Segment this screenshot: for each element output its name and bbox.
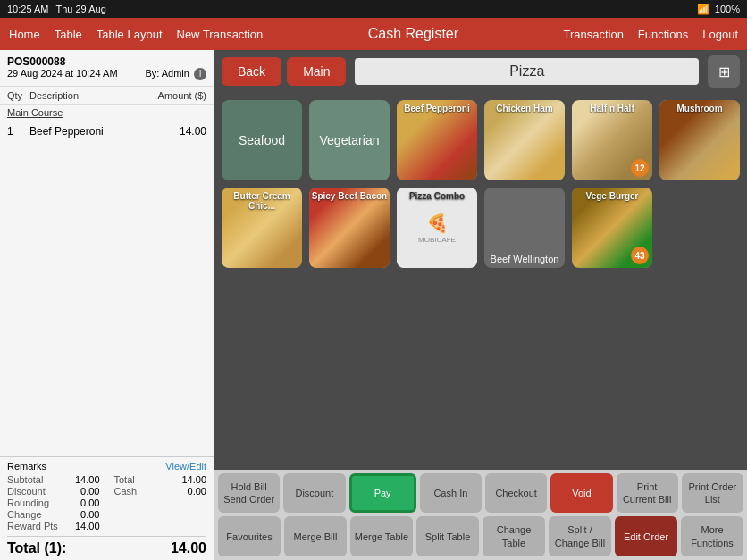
change-table-button[interactable]: ChangeTable — [483, 516, 545, 556]
button-row-1: Hold BillSend Order Discount Pay Cash In… — [218, 473, 743, 514]
receipt-panel: POS000088 29 Aug 2024 at 10:24 AM By: Ad… — [0, 50, 214, 560]
cash-right-value: 0.00 — [188, 486, 206, 497]
nav-home[interactable]: Home — [9, 28, 40, 41]
nav-transaction[interactable]: Transaction — [563, 28, 623, 41]
more-functions-button[interactable]: MoreFunctions — [681, 516, 743, 556]
merge-bill-button[interactable]: Merge Bill — [284, 516, 347, 556]
section-label: Main Course — [0, 105, 214, 120]
nav-new-transaction[interactable]: New Transaction — [177, 28, 264, 41]
back-button[interactable]: Back — [222, 57, 281, 86]
main-layout: POS000088 29 Aug 2024 at 10:24 AM By: Ad… — [0, 50, 747, 560]
item-price: 14.00 — [180, 125, 206, 138]
nav-functions[interactable]: Functions — [638, 28, 688, 41]
item-vege-burger-badge: 43 — [631, 247, 649, 264]
menu-row-2: Butter Cream Chic... Spicy Beef Bacon 🍕 … — [222, 188, 740, 268]
pay-button[interactable]: Pay — [349, 473, 416, 514]
category-seafood[interactable]: Seafood — [222, 100, 302, 180]
item-half-n-half[interactable]: Half n Half 12 — [572, 100, 652, 180]
print-order-list-button[interactable]: Print OrderList — [682, 473, 743, 514]
total-value: 14.00 — [171, 540, 206, 556]
split-table-button[interactable]: Split Table — [416, 516, 479, 556]
status-bar: 10:25 AM Thu 29 Aug 📶 100% — [0, 0, 747, 18]
item-mushroom-label: Mushroom — [659, 104, 740, 113]
receipt-item: 1 Beef Pepperoni 14.00 — [7, 123, 206, 139]
item-half-n-half-label: Half n Half — [572, 104, 652, 113]
total-right-label: Total — [114, 474, 135, 485]
nav-table-layout[interactable]: Table Layout — [97, 28, 163, 41]
rounding-value: 0.00 — [80, 497, 99, 508]
subtotal-label: Subtotal — [7, 474, 43, 485]
cash-right-label: Cash — [114, 486, 138, 497]
menu-icon-button[interactable]: ⊞ — [708, 55, 740, 88]
nav-title: Cash Register — [368, 26, 458, 41]
cash-in-button[interactable]: Cash In — [420, 473, 482, 514]
nav-table[interactable]: Table — [55, 28, 82, 41]
receipt-column-headers: Qty Description Amount ($) — [0, 87, 214, 105]
status-day: Thu 29 Aug — [55, 4, 105, 14]
split-change-bill-button[interactable]: Split /Change Bill — [549, 516, 611, 556]
checkout-button[interactable]: Checkout — [485, 473, 547, 514]
wifi-icon: 📶 — [697, 4, 709, 15]
item-spicy-beef-label: Spicy Beef Bacon — [309, 191, 390, 201]
battery-level: 100% — [715, 4, 740, 14]
button-row-2: Favourites Merge Bill Merge Table Split … — [218, 516, 743, 556]
pos-number: POS000088 — [7, 55, 206, 68]
subtotal-value: 14.00 — [75, 474, 100, 485]
col-amount: Amount ($) — [158, 90, 206, 101]
change-value: 0.00 — [80, 509, 99, 520]
item-pizza-combo[interactable]: 🍕 MOBICAFE Pizza Combo — [397, 188, 477, 268]
item-beef-wellington[interactable]: Beef Wellington — [484, 188, 565, 268]
rewardpts-label: Reward Pts — [7, 521, 58, 531]
nav-bar: Home Table Table Layout New Transaction … — [0, 18, 747, 50]
bottom-buttons: Hold BillSend Order Discount Pay Cash In… — [214, 470, 747, 560]
print-current-bill-button[interactable]: PrintCurrent Bill — [617, 473, 678, 514]
receipt-header: POS000088 29 Aug 2024 at 10:24 AM By: Ad… — [0, 50, 214, 87]
rewardpts-value: 14.00 — [75, 521, 100, 531]
hold-bill-button[interactable]: Hold BillSend Order — [218, 473, 280, 514]
category-vegetarian[interactable]: Vegetarian — [309, 100, 390, 180]
discount-value: 0.00 — [80, 486, 99, 497]
item-pizza-combo-label: Pizza Combo — [397, 191, 477, 201]
merge-table-button[interactable]: Merge Table — [350, 516, 413, 556]
receipt-by: By: Admin i — [145, 68, 206, 80]
item-beef-pepperoni[interactable]: Beef Pepperoni — [397, 100, 477, 180]
item-butter-cream-chic[interactable]: Butter Cream Chic... — [222, 188, 302, 268]
favourites-button[interactable]: Favourites — [218, 516, 281, 556]
menu-grid: Seafood Vegetarian Beef Pepperoni Chicke… — [214, 93, 747, 470]
status-time: 10:25 AM — [7, 4, 48, 14]
edit-order-button[interactable]: Edit Order — [615, 516, 677, 556]
item-desc: Beef Pepperoni — [29, 125, 180, 138]
item-chicken-ham-label: Chicken Ham — [484, 104, 565, 113]
item-vege-burger[interactable]: Vege Burger 43 — [572, 188, 652, 268]
view-edit-link[interactable]: View/Edit — [165, 461, 206, 472]
menu-row-1: Seafood Vegetarian Beef Pepperoni Chicke… — [222, 100, 740, 180]
info-icon[interactable]: i — [194, 68, 206, 80]
total-label: Total (1): — [7, 540, 66, 556]
main-button[interactable]: Main — [287, 57, 346, 86]
menu-title: Pizza — [355, 58, 699, 85]
item-qty: 1 — [7, 125, 29, 138]
remarks-label: Remarks — [7, 461, 46, 472]
change-label: Change — [7, 509, 42, 520]
discount-button[interactable]: Discount — [283, 473, 345, 514]
receipt-items: 1 Beef Pepperoni 14.00 — [0, 120, 214, 456]
menu-panel: Back Main Pizza ⊞ Seafood Vegetarian Bee… — [214, 50, 747, 560]
item-spicy-beef-bacon[interactable]: Spicy Beef Bacon — [309, 188, 390, 268]
item-vege-burger-label: Vege Burger — [572, 191, 652, 201]
item-half-n-half-badge: 12 — [631, 159, 649, 177]
item-beef-wellington-label: Beef Wellington — [491, 254, 559, 264]
nav-logout[interactable]: Logout — [702, 28, 738, 41]
item-chicken-ham[interactable]: Chicken Ham — [484, 100, 565, 180]
discount-label: Discount — [7, 486, 46, 497]
item-beef-pepperoni-label: Beef Pepperoni — [397, 104, 477, 113]
menu-top-bar: Back Main Pizza ⊞ — [214, 50, 747, 93]
col-qty: Qty — [7, 90, 29, 101]
receipt-footer: Remarks View/Edit Subtotal14.00 Discount… — [0, 456, 214, 560]
void-button[interactable]: Void — [550, 473, 612, 514]
item-butter-cream-label: Butter Cream Chic... — [222, 191, 302, 211]
total-right-value: 14.00 — [181, 474, 206, 485]
rounding-label: Rounding — [7, 497, 49, 508]
receipt-date: 29 Aug 2024 at 10:24 AM — [7, 68, 118, 80]
col-desc: Description — [29, 90, 158, 101]
item-mushroom[interactable]: Mushroom — [659, 100, 740, 180]
